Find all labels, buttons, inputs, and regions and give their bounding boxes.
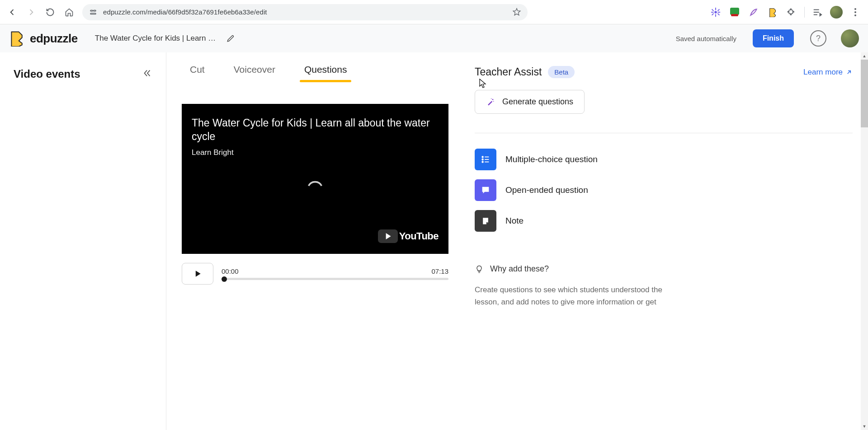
svg-point-19	[482, 161, 483, 163]
tab-cut[interactable]: Cut	[190, 64, 205, 82]
add-note-button[interactable]: Note	[475, 210, 853, 232]
svg-rect-13	[731, 14, 738, 16]
magic-wand-icon	[486, 98, 495, 107]
extension-edpuzzle-icon[interactable]	[766, 6, 779, 19]
svg-rect-9	[717, 13, 720, 15]
back-button[interactable]	[5, 5, 20, 20]
video-author: Learn Bright	[192, 148, 439, 157]
svg-point-15	[493, 101, 494, 102]
sidebar-title: Video events	[14, 68, 80, 80]
beta-badge: Beta	[548, 66, 575, 78]
svg-rect-11	[717, 9, 720, 11]
playlist-icon[interactable]	[811, 6, 824, 19]
youtube-play-icon	[378, 229, 398, 243]
logo[interactable]: edpuzzle	[9, 30, 78, 47]
timeline-thumb[interactable]	[222, 276, 227, 282]
bookmark-icon[interactable]	[512, 8, 521, 17]
sidebar: Video events	[0, 52, 166, 430]
browser-chrome: edpuzzle.com/media/66f9d5f32a7691fe6eb6a…	[0, 0, 868, 24]
svg-rect-8	[712, 9, 714, 11]
svg-rect-10	[712, 13, 714, 15]
svg-rect-7	[718, 12, 721, 13]
svg-point-14	[492, 98, 494, 100]
extension-feather-icon[interactable]	[747, 6, 760, 19]
svg-rect-12	[730, 8, 739, 15]
document-title: The Water Cycle for Kids | Learn …	[95, 34, 216, 43]
chevron-double-left-icon	[142, 68, 152, 78]
pencil-icon	[226, 34, 235, 43]
note-icon	[475, 210, 496, 232]
logo-text: edpuzzle	[30, 32, 78, 46]
url-bar[interactable]: edpuzzle.com/media/66f9d5f32a7691fe6eb6a…	[82, 4, 528, 20]
main-layout: Video events Cut Voiceover Questions The…	[0, 52, 868, 430]
youtube-text: YouTube	[399, 230, 439, 242]
generate-questions-button[interactable]: Generate questions	[475, 90, 585, 114]
save-status: Saved automatically	[676, 35, 736, 42]
svg-rect-1	[94, 10, 96, 11]
scroll-up-button[interactable]: ▲	[861, 52, 868, 60]
extensions-icon[interactable]	[785, 6, 798, 19]
tab-voiceover[interactable]: Voiceover	[234, 64, 275, 82]
svg-point-17	[482, 156, 483, 158]
profile-avatar-small[interactable]	[830, 6, 843, 19]
home-button[interactable]	[61, 5, 77, 20]
svg-rect-6	[711, 12, 714, 13]
app-header: edpuzzle The Water Cycle for Kids | Lear…	[0, 24, 868, 52]
svg-point-18	[482, 159, 483, 160]
tab-questions[interactable]: Questions	[304, 64, 347, 82]
external-link-icon	[845, 69, 853, 76]
vertical-scrollbar[interactable]: ▲ ▼	[861, 52, 868, 430]
svg-rect-4	[715, 7, 716, 10]
edit-title-button[interactable]	[224, 32, 237, 45]
current-time: 00:00	[222, 267, 239, 275]
loading-spinner-icon	[307, 179, 323, 188]
reload-button[interactable]	[42, 5, 58, 20]
note-label: Note	[505, 216, 524, 226]
list-icon	[475, 149, 496, 170]
svg-rect-2	[90, 13, 96, 14]
divider	[475, 133, 853, 133]
youtube-logo[interactable]: YouTube	[378, 229, 439, 243]
scroll-down-button[interactable]: ▼	[861, 423, 868, 430]
extension-loom-icon[interactable]	[709, 6, 722, 19]
profile-avatar[interactable]	[841, 29, 859, 47]
edpuzzle-logo-icon	[9, 30, 25, 47]
divider	[804, 7, 805, 18]
teacher-assist-title: Teacher Assist	[475, 66, 542, 78]
lightbulb-icon	[475, 265, 484, 274]
scrollbar-thumb[interactable]	[861, 60, 868, 127]
add-open-ended-button[interactable]: Open-ended question	[475, 179, 853, 201]
add-multiple-choice-button[interactable]: Multiple-choice question	[475, 149, 853, 170]
video-player[interactable]: The Water Cycle for Kids | Learn all abo…	[182, 104, 448, 254]
extensions-row	[709, 6, 863, 19]
timeline-slider[interactable]	[222, 278, 448, 280]
duration-time: 07:13	[431, 267, 448, 275]
url-text: edpuzzle.com/media/66f9d5f32a7691fe6eb6a…	[103, 8, 507, 16]
multiple-choice-label: Multiple-choice question	[505, 154, 598, 164]
hint-body: Create questions to see which students u…	[475, 284, 665, 308]
content-area: Cut Voiceover Questions The Water Cycle …	[166, 52, 868, 430]
hint-title: Why add these?	[490, 264, 549, 274]
play-icon	[193, 269, 202, 278]
question-mark-icon: ?	[816, 34, 821, 43]
help-button[interactable]: ?	[810, 30, 826, 47]
svg-point-3	[714, 11, 717, 14]
extension-green-icon[interactable]	[728, 6, 741, 19]
player-controls: 00:00 07:13	[182, 263, 448, 285]
svg-rect-0	[90, 10, 93, 11]
learn-more-link[interactable]: Learn more	[803, 68, 853, 77]
chat-icon	[475, 179, 496, 201]
video-title: The Water Cycle for Kids | Learn all abo…	[192, 117, 439, 144]
site-settings-icon[interactable]	[89, 8, 98, 17]
play-button[interactable]	[182, 263, 213, 285]
menu-icon[interactable]	[849, 6, 862, 19]
collapse-sidebar-button[interactable]	[142, 68, 152, 80]
svg-point-16	[491, 98, 492, 99]
finish-button[interactable]: Finish	[753, 29, 794, 47]
svg-rect-5	[715, 14, 716, 17]
tabs: Cut Voiceover Questions	[182, 64, 448, 82]
forward-button[interactable]	[24, 5, 39, 20]
open-ended-label: Open-ended question	[505, 185, 588, 195]
